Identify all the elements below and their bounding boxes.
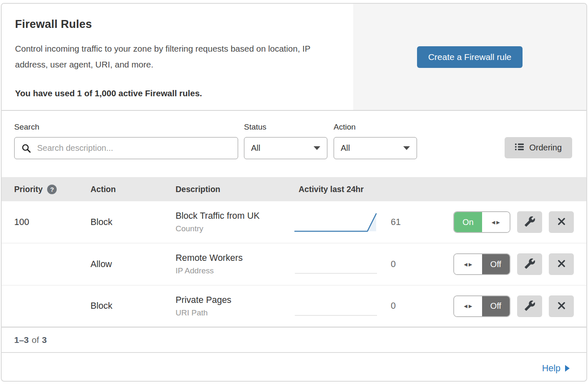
search-box <box>14 137 238 159</box>
row-actions: On ◂▸ <box>453 211 574 233</box>
toggle-handle: ◂▸ <box>482 212 510 232</box>
rule-description: Private Pages <box>176 295 294 305</box>
wrench-icon <box>524 216 535 228</box>
rule-description: Remote Workers <box>176 253 294 263</box>
table-row: Allow Remote Workers IP Address 0 ◂▸ Off <box>2 243 586 285</box>
pagination-bar: 1–3 of 3 <box>2 328 586 353</box>
description-cell: Block Traffic from UK Country <box>176 211 294 233</box>
pagination-range: 1–3 <box>14 335 29 345</box>
activity-sparkline <box>294 211 383 233</box>
row-actions: ◂▸ Off <box>453 253 574 275</box>
search-filter-group: Search <box>14 122 238 159</box>
edit-rule-button[interactable] <box>517 211 542 233</box>
chevron-down-icon <box>314 146 320 150</box>
column-header-action: Action <box>90 185 176 194</box>
help-bar: Help <box>2 353 586 382</box>
description-cell: Remote Workers IP Address <box>176 253 294 275</box>
header-text-block: Firewall Rules Control incoming traffic … <box>2 4 353 110</box>
usage-note: You have used 1 of 1,000 active Firewall… <box>15 88 340 98</box>
status-select[interactable]: All <box>244 137 327 159</box>
ordering-button[interactable]: Ordering <box>505 137 572 158</box>
wrench-icon <box>524 300 535 312</box>
rule-match-type: URI Path <box>176 308 294 318</box>
rule-enabled-toggle[interactable]: On ◂▸ <box>453 211 510 233</box>
status-select-value: All <box>251 143 260 153</box>
delete-rule-button[interactable] <box>549 253 574 275</box>
arrow-right-icon <box>565 365 570 372</box>
close-icon <box>557 301 566 312</box>
header-action-panel: Create a Firewall rule <box>353 4 586 110</box>
table-header-row: Priority ? Action Description Activity l… <box>2 177 586 201</box>
activity-count: 0 <box>383 259 453 270</box>
toggle-arrows-icon: ◂▸ <box>490 218 501 227</box>
priority-help-icon[interactable]: ? <box>47 185 57 194</box>
column-header-activity: Activity last 24hr <box>294 185 383 194</box>
delete-rule-button[interactable] <box>549 211 574 233</box>
toggle-handle: ◂▸ <box>454 296 482 316</box>
action-select-value: All <box>341 143 350 153</box>
search-icon <box>21 143 31 155</box>
help-link[interactable]: Help <box>542 363 570 374</box>
status-filter-group: Status All <box>244 122 327 159</box>
column-header-priority: Priority ? <box>14 185 90 194</box>
header-section: Firewall Rules Control incoming traffic … <box>2 4 586 111</box>
action-label: Action <box>334 122 417 132</box>
firewall-rules-card: Firewall Rules Control incoming traffic … <box>1 3 587 382</box>
activity-sparkline <box>294 295 383 318</box>
activity-count: 61 <box>383 217 453 228</box>
page-description: Control incoming traffic to your zone by… <box>15 41 340 72</box>
priority-cell: 100 <box>14 217 90 228</box>
action-cell: Block <box>90 217 176 228</box>
delete-rule-button[interactable] <box>549 295 574 317</box>
wrench-icon <box>524 258 535 270</box>
rule-match-type: Country <box>176 224 294 233</box>
chevron-down-icon <box>403 146 410 150</box>
list-icon <box>515 143 524 153</box>
action-select[interactable]: All <box>334 137 417 159</box>
toggle-arrows-icon: ◂▸ <box>462 302 473 310</box>
column-header-description: Description <box>176 185 294 194</box>
edit-rule-button[interactable] <box>517 253 542 275</box>
toggle-arrows-icon: ◂▸ <box>462 260 473 269</box>
status-label: Status <box>244 122 327 132</box>
ordering-button-label: Ordering <box>529 143 562 152</box>
description-cell: Private Pages URI Path <box>176 295 294 318</box>
action-cell: Allow <box>90 259 176 270</box>
help-link-label: Help <box>542 363 560 374</box>
table-row: Block Private Pages URI Path 0 ◂▸ Off <box>2 285 586 328</box>
pagination-of: of <box>32 335 39 345</box>
search-input[interactable] <box>15 138 238 159</box>
rule-match-type: IP Address <box>176 266 294 275</box>
close-icon <box>557 217 566 228</box>
action-filter-group: Action All <box>334 122 417 159</box>
action-cell: Block <box>90 301 176 311</box>
pagination-total: 3 <box>42 335 47 345</box>
toggle-handle: ◂▸ <box>454 254 482 274</box>
activity-count: 0 <box>383 301 453 311</box>
activity-sparkline <box>294 253 383 275</box>
search-label: Search <box>14 122 238 132</box>
rule-enabled-toggle[interactable]: ◂▸ Off <box>453 253 510 275</box>
toggle-on-label: On <box>454 212 482 232</box>
rule-enabled-toggle[interactable]: ◂▸ Off <box>453 295 510 317</box>
table-row: 100 Block Block Traffic from UK Country … <box>2 201 586 243</box>
row-actions: ◂▸ Off <box>453 295 574 317</box>
close-icon <box>557 259 566 270</box>
rule-description: Block Traffic from UK <box>176 211 294 221</box>
toggle-off-label: Off <box>482 296 510 316</box>
edit-rule-button[interactable] <box>517 295 542 317</box>
page-title: Firewall Rules <box>15 18 340 31</box>
create-firewall-rule-button[interactable]: Create a Firewall rule <box>417 46 523 68</box>
toggle-off-label: Off <box>482 254 510 274</box>
filter-bar: Search Status All Action All <box>2 111 586 177</box>
